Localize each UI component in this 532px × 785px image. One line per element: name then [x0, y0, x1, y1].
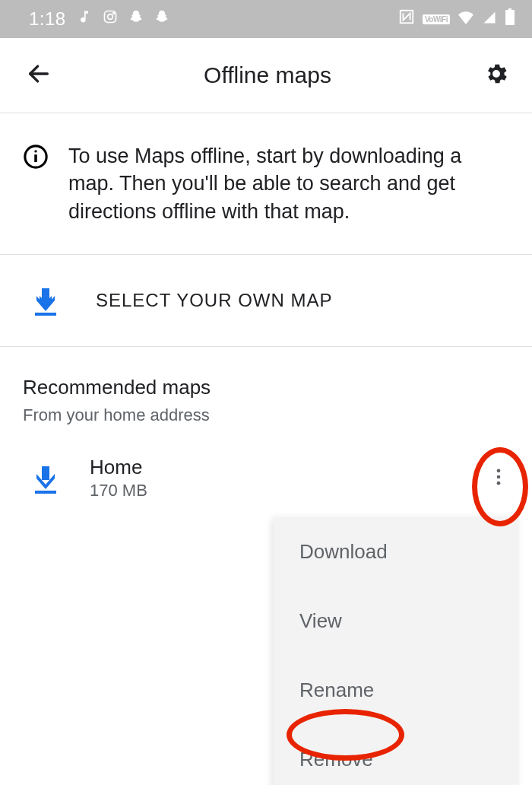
recommended-subtitle: From your home address — [23, 405, 532, 425]
svg-point-14 — [497, 469, 501, 472]
context-menu: Download View Rename Remove — [274, 517, 518, 785]
download-icon — [32, 285, 59, 316]
menu-item-remove[interactable]: Remove — [274, 725, 518, 785]
select-own-map-label: SELECT YOUR OWN MAP — [96, 290, 333, 311]
page-title: Offline maps — [52, 62, 483, 88]
music-icon — [77, 9, 92, 29]
svg-point-9 — [34, 150, 36, 152]
status-bar: 1:18 VoWiFi — [0, 0, 532, 38]
snapchat-icon-2 — [154, 9, 169, 29]
more-options-button[interactable] — [488, 466, 509, 491]
svg-point-1 — [107, 14, 112, 20]
recommended-title: Recommended maps — [23, 376, 532, 399]
info-panel: To use Maps offline, start by downloadin… — [0, 113, 532, 254]
instagram-icon — [103, 9, 118, 29]
svg-rect-13 — [35, 491, 56, 494]
download-icon — [32, 463, 59, 494]
menu-item-view[interactable]: View — [274, 586, 518, 656]
app-header: Offline maps — [0, 38, 532, 113]
svg-rect-11 — [35, 313, 56, 316]
menu-item-rename[interactable]: Rename — [274, 656, 518, 725]
info-text: To use Maps offline, start by downloadin… — [68, 142, 509, 225]
signal-icon — [482, 9, 497, 29]
menu-item-download[interactable]: Download — [274, 517, 518, 586]
recommended-section: Recommended maps From your home address — [0, 347, 532, 425]
map-size: 170 MB — [90, 481, 488, 501]
svg-rect-4 — [505, 10, 515, 25]
svg-point-2 — [112, 13, 114, 14]
svg-point-16 — [497, 481, 501, 485]
svg-point-15 — [497, 475, 501, 478]
map-name: Home — [90, 456, 488, 479]
select-own-map-row[interactable]: SELECT YOUR OWN MAP — [0, 255, 532, 346]
map-row-home[interactable]: Home 170 MB — [0, 425, 532, 501]
wifi-icon — [458, 9, 474, 29]
status-time: 1:18 — [29, 8, 66, 30]
vowifi-badge: VoWiFi — [423, 14, 450, 24]
info-icon — [23, 144, 49, 173]
svg-rect-5 — [508, 8, 511, 11]
nfc-icon — [398, 8, 415, 30]
back-icon[interactable] — [26, 61, 52, 90]
snapchat-icon — [128, 9, 144, 29]
battery-icon — [505, 8, 515, 30]
gear-icon[interactable] — [483, 61, 509, 90]
